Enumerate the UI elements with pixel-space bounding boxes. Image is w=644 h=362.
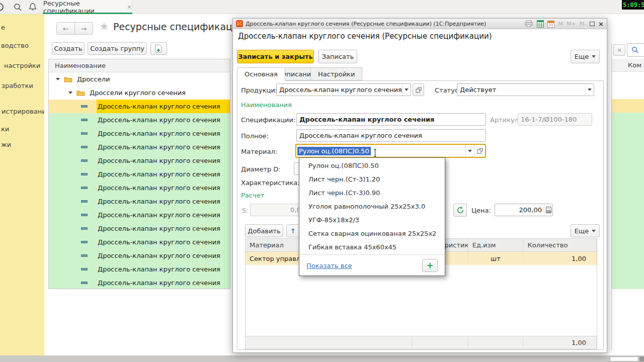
dropdown-item[interactable]: Рулон оц.(08ПС)0.50 bbox=[299, 159, 445, 172]
product-open-button[interactable] bbox=[413, 83, 424, 96]
maximize-icon[interactable] bbox=[590, 22, 595, 26]
create-button[interactable]: Создать bbox=[52, 42, 85, 55]
show-all-link[interactable]: Показать все bbox=[306, 262, 352, 269]
sidebar-item[interactable]: зработки bbox=[2, 82, 33, 89]
add-row-button[interactable]: Добавить bbox=[245, 224, 283, 237]
item-dash-icon bbox=[81, 173, 88, 175]
list-item[interactable]: Дроссель-клапан круглого сечения bbox=[49, 127, 230, 140]
dropdown-item[interactable]: Гибкая вставка 45х60х45 bbox=[299, 240, 445, 254]
dropdown-item[interactable]: Сетка сварная оцинкованая 25х25х2 bbox=[299, 227, 445, 240]
add-new-item-button[interactable]: + bbox=[422, 259, 438, 272]
dropdown-item[interactable]: Уголок равнополочный 25х25х3.0 bbox=[299, 200, 445, 213]
bottom-scroll-button[interactable] bbox=[639, 356, 644, 361]
memory-m-button[interactable]: M bbox=[558, 21, 563, 27]
list-item[interactable]: Дроссель-клапан круглого сечения bbox=[49, 195, 230, 208]
more-button-table[interactable]: Еще bbox=[571, 224, 600, 237]
spec-dialog-window: 1С Дроссель-клапан круглого сечения (Рес… bbox=[232, 18, 607, 353]
tab-resource-specs[interactable]: Ресурсные спецификации × bbox=[43, 0, 132, 14]
col-unit[interactable]: Ед.изм bbox=[468, 239, 524, 251]
list-item[interactable]: Дроссель-клапан круглого сечения bbox=[49, 100, 230, 113]
list-item[interactable]: Дроссель-клапан круглого сечения bbox=[49, 113, 230, 127]
save-and-close-button[interactable]: Записать и закрыть bbox=[237, 50, 314, 63]
more-button-top[interactable]: Еще bbox=[571, 50, 600, 63]
spec-name-field[interactable]: Дроссель-клапан круглого сечения bbox=[296, 113, 486, 126]
tab-main[interactable]: Основная bbox=[237, 67, 285, 81]
calculator-icon[interactable] bbox=[537, 20, 544, 28]
nav-forward-button[interactable]: → bbox=[74, 22, 93, 35]
material-dropdown-icon[interactable] bbox=[465, 145, 474, 157]
sidebar-item[interactable]: е bbox=[1, 24, 5, 31]
list-search-input[interactable] bbox=[627, 43, 644, 57]
list-item[interactable]: Дроссель-клапан круглого сечения bbox=[49, 235, 230, 249]
product-field[interactable]: Дроссель-клапан круглого сечения bbox=[276, 83, 411, 96]
save-button[interactable]: Записать bbox=[318, 50, 357, 63]
chevron-down-icon bbox=[592, 230, 596, 232]
bell-icon[interactable] bbox=[28, 2, 37, 12]
search-icon[interactable] bbox=[14, 3, 22, 12]
screen: Ресурсные спецификации × 5:09:5 еводство… bbox=[0, 0, 644, 362]
status-value: Действует bbox=[457, 86, 585, 94]
favorite-star-icon[interactable]: ★ bbox=[99, 21, 109, 32]
full-name-field[interactable]: Дроссель-клапан круглого сечения bbox=[296, 129, 486, 142]
product-value: Дроссель-клапан круглого сечения bbox=[277, 86, 402, 94]
refresh-button[interactable] bbox=[453, 204, 467, 217]
sidebar-item[interactable]: истрирование bbox=[2, 108, 44, 115]
list-item[interactable]: Дроссель-клапан круглого сечения bbox=[49, 167, 230, 181]
price-label: Цена: bbox=[471, 207, 491, 214]
sidebar-item[interactable]: водство bbox=[1, 42, 29, 49]
tab-active-underline bbox=[43, 13, 132, 14]
material-open-button[interactable] bbox=[474, 145, 485, 157]
item-dash-icon bbox=[81, 282, 88, 284]
list-header-name[interactable]: Наименование bbox=[49, 59, 230, 72]
expander-icon[interactable] bbox=[56, 78, 60, 80]
create-by-copy-button[interactable] bbox=[150, 42, 167, 55]
list-item[interactable]: Дроссель-клапан круглого сечения bbox=[49, 249, 230, 262]
dropdown-item[interactable]: Лист черн.(Ст-3)1.20 bbox=[299, 172, 445, 186]
list-item[interactable]: Дроссель-клапан круглого сечения bbox=[49, 208, 230, 222]
status-dropdown-icon[interactable] bbox=[585, 84, 594, 96]
price-calc-icon[interactable] bbox=[544, 204, 552, 216]
search-clear-button[interactable]: × bbox=[613, 44, 625, 56]
dialog-title: Дроссель-клапан круглого сечения (Ресурс… bbox=[246, 21, 522, 27]
list-header-comment[interactable]: Ком bbox=[612, 59, 644, 72]
col-quantity[interactable]: Количество bbox=[523, 239, 597, 251]
list-item[interactable]: Дроссель-клапан круглого сечения bbox=[49, 222, 230, 235]
list-item[interactable]: Дроссель-клапан круглого сечения bbox=[49, 276, 230, 289]
row-quantity: 1,00 bbox=[523, 252, 597, 265]
sidebar-item[interactable]: жи bbox=[1, 141, 11, 148]
list-item[interactable]: Дроссель-клапан круглого сечения bbox=[49, 262, 230, 276]
status-field[interactable]: Действует bbox=[457, 83, 594, 96]
sidebar-item[interactable]: ки bbox=[1, 125, 9, 133]
list-item[interactable]: Дроссель-клапан круглого сечения bbox=[49, 140, 230, 154]
dropdown-items: Рулон оц.(08ПС)0.50Лист черн.(Ст-3)1.20Л… bbox=[299, 158, 445, 254]
folder-drosseli[interactable]: Дроссели bbox=[49, 72, 230, 86]
expander-icon[interactable] bbox=[68, 92, 72, 94]
folder-drosseli-round[interactable]: Дроссели круглого сечения bbox=[49, 86, 230, 100]
dropdown-item[interactable]: Лист черн.(Ст-3)0.90 bbox=[299, 186, 445, 200]
price-field[interactable]: 200,00 bbox=[495, 204, 553, 216]
bottom-scroll-box[interactable] bbox=[610, 356, 638, 361]
names-section-title: Наименования bbox=[241, 101, 292, 109]
move-up-button[interactable]: ↑ bbox=[286, 224, 300, 237]
memory-mminus-button[interactable]: M- bbox=[580, 21, 586, 27]
memory-mplus-button[interactable]: M+ bbox=[567, 21, 576, 27]
material-field[interactable]: Рулон оц.(08ПС)0.50 bbox=[295, 144, 486, 158]
sidebar-item[interactable]: настройки bbox=[4, 62, 40, 69]
tree-items: ДросселиДроссели круглого сеченияДроссел… bbox=[49, 72, 230, 289]
list-item[interactable]: Дроссель-клапан круглого сечения bbox=[49, 154, 230, 167]
create-group-button[interactable]: Создать группу bbox=[88, 42, 147, 55]
history-icon[interactable] bbox=[0, 3, 4, 11]
close-icon[interactable]: × bbox=[598, 21, 604, 27]
product-dropdown-icon[interactable] bbox=[402, 84, 411, 96]
calendar-icon[interactable]: 31 bbox=[547, 20, 554, 28]
dialog-titlebar[interactable]: 1С Дроссель-клапан круглого сечения (Рес… bbox=[233, 19, 607, 29]
item-dash-icon bbox=[81, 241, 88, 243]
dropdown-item[interactable]: УГФ-85х18х2/3 bbox=[299, 213, 445, 227]
list-item[interactable]: Дроссель-клапан круглого сечения bbox=[49, 181, 230, 195]
tab-close-icon[interactable]: × bbox=[127, 4, 132, 11]
print-icon[interactable] bbox=[525, 20, 533, 27]
material-selected-text: Рулон оц.(08ПС)0.50 bbox=[297, 147, 371, 155]
tab-settings[interactable]: Настройки bbox=[310, 67, 362, 80]
characteristic-text: Характеристика: Ø bbox=[241, 179, 299, 187]
nav-back-button[interactable]: ← bbox=[56, 22, 75, 35]
